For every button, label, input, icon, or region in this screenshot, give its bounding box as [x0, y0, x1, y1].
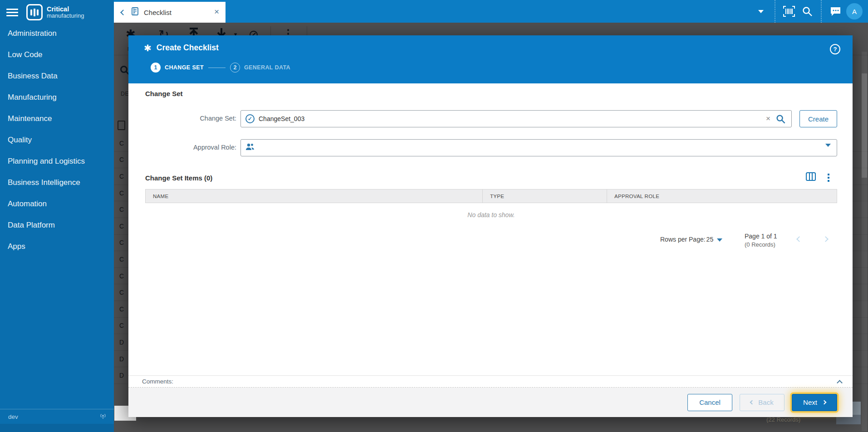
comments-collapse-icon[interactable]	[838, 379, 842, 387]
tab-label: Checklist	[144, 9, 172, 16]
change-set-value: ChangeSet_003	[259, 115, 304, 122]
column-header-approval-role[interactable]: APPROVAL ROLE	[607, 189, 837, 203]
avatar[interactable]: A	[846, 3, 863, 19]
topbar-separator	[821, 0, 822, 23]
sidebar-item-apps[interactable]: Apps	[0, 236, 114, 257]
sidebar-item-maintenance[interactable]: Maintenance	[0, 108, 114, 129]
wizard-steps: 1 CHANGE SET 2 GENERAL DATA	[151, 63, 290, 73]
sidebar-item-quality[interactable]: Quality	[0, 129, 114, 150]
next-button[interactable]: Next	[792, 394, 837, 411]
topbar-actions: A	[752, 0, 868, 23]
tab-back-chevron-icon[interactable]	[120, 10, 126, 15]
pagination-info: Page 1 of 1 (0 Records)	[745, 232, 777, 249]
sidebar-nav: Administration Low Code Business Data Ma…	[0, 23, 114, 257]
environment-label: dev	[8, 413, 18, 420]
rows-per-page-control[interactable]: Rows per Page: 25	[660, 236, 722, 243]
step-general-data[interactable]: 2 GENERAL DATA	[230, 63, 290, 73]
change-set-input[interactable]: ✓ ChangeSet_003 ×	[240, 110, 792, 127]
sidebar-item-low-code[interactable]: Low Code	[0, 44, 114, 65]
search-icon[interactable]	[798, 0, 816, 23]
brand-text: Critical manufacturing	[47, 6, 84, 19]
records-status: (0 Records)	[745, 241, 777, 249]
chevron-down-icon[interactable]	[825, 147, 831, 155]
approval-role-select[interactable]	[240, 139, 837, 156]
tab-checklist[interactable]: Checklist ×	[114, 2, 226, 23]
back-button[interactable]: Back	[740, 394, 785, 411]
next-chevron-icon	[822, 400, 826, 405]
change-set-section-heading: Change Set	[145, 90, 183, 97]
lookup-search-icon[interactable]	[776, 114, 785, 126]
sidebar-item-data-platform[interactable]: Data Platform	[0, 214, 114, 236]
sidebar: Critical manufacturing Administration Lo…	[0, 0, 114, 432]
column-chooser-icon[interactable]	[806, 172, 816, 183]
sidebar-item-business-data[interactable]: Business Data	[0, 65, 114, 87]
rows-per-page-label: Rows per Page:	[660, 236, 706, 243]
sidebar-item-manufacturing[interactable]: Manufacturing	[0, 87, 114, 108]
cancel-button[interactable]: Cancel	[687, 394, 732, 411]
critical-manufacturing-logo	[26, 4, 43, 20]
people-icon	[245, 143, 255, 152]
previous-page-icon[interactable]	[797, 235, 801, 243]
create-asterisk-icon: ✱	[144, 44, 152, 53]
clear-icon[interactable]: ×	[766, 114, 770, 123]
dialog-title: Create Checklist	[157, 43, 219, 53]
step-2-label: GENERAL DATA	[244, 64, 290, 71]
sidebar-item-planning-and-logistics[interactable]: Planning and Logistics	[0, 150, 114, 172]
sidebar-item-administration[interactable]: Administration	[0, 23, 114, 44]
column-header-name[interactable]: NAME	[146, 189, 483, 203]
sidebar-bottom-strip	[0, 424, 114, 432]
step-1-label: CHANGE SET	[165, 64, 204, 71]
connectivity-icon	[99, 413, 107, 421]
step-connector	[208, 68, 226, 68]
create-button[interactable]: Create	[799, 110, 837, 127]
background-scrollbar	[862, 52, 867, 431]
next-page-icon[interactable]	[824, 235, 828, 243]
change-set-items-heading: Change Set Items (0)	[145, 174, 212, 182]
approval-role-field-label: Approval Role:	[128, 144, 236, 151]
create-checklist-dialog: ✱ Create Checklist ? 1 CHANGE SET 2 GENE…	[128, 35, 853, 417]
avatar-initial: A	[852, 8, 857, 15]
brand-title: Critical	[47, 6, 84, 13]
dialog-body: Change Set Change Set: ✓ ChangeSet_003 ×…	[128, 83, 853, 375]
dialog-header: ✱ Create Checklist ? 1 CHANGE SET 2 GENE…	[128, 35, 853, 83]
grid-menu-kebab-icon[interactable]	[827, 173, 830, 183]
barcode-scanner-icon[interactable]	[780, 0, 798, 23]
brand-subtitle: manufacturing	[47, 13, 84, 19]
help-icon[interactable]: ?	[830, 44, 840, 54]
page-status: Page 1 of 1	[745, 232, 777, 241]
step-2-circle: 2	[230, 63, 240, 73]
tabs-dropdown-icon[interactable]	[752, 0, 770, 23]
comments-label: Comments:	[142, 378, 173, 385]
items-table-header: NAME TYPE APPROVAL ROLE	[145, 189, 837, 203]
messages-icon[interactable]	[826, 0, 844, 23]
column-header-type[interactable]: TYPE	[483, 189, 607, 203]
step-1-circle: 1	[151, 63, 161, 73]
menu-hamburger-icon[interactable]	[6, 7, 18, 18]
background-records-count: (22 Records)	[766, 416, 800, 423]
rows-per-page-caret-icon	[717, 238, 722, 242]
dialog-footer: Cancel Back Next	[128, 388, 853, 417]
check-circle-icon: ✓	[245, 114, 255, 123]
background-scrollbar-thumb	[862, 73, 867, 178]
app-window: ✱ ↻ ▾ ⊘ ⋮ N DE CCCCCCCCCCCCDDD (22 Recor…	[0, 0, 868, 432]
sidebar-brand-row: Critical manufacturing	[0, 0, 114, 24]
sidebar-footer: dev	[0, 409, 114, 424]
topbar-separator	[775, 0, 775, 23]
empty-table-message: No data to show.	[145, 211, 837, 218]
step-change-set[interactable]: 1 CHANGE SET	[151, 63, 204, 73]
change-set-field-label: Change Set:	[128, 115, 236, 122]
back-chevron-icon	[750, 400, 755, 405]
checklist-doc-icon	[132, 7, 138, 17]
topbar: Checklist × A	[114, 0, 868, 23]
sidebar-item-business-intelligence[interactable]: Business Intelligence	[0, 172, 114, 193]
rows-per-page-value: 25	[706, 236, 714, 243]
sidebar-item-automation[interactable]: Automation	[0, 193, 114, 214]
comments-bar: Comments:	[128, 375, 853, 388]
tab-close-icon[interactable]: ×	[214, 7, 219, 16]
